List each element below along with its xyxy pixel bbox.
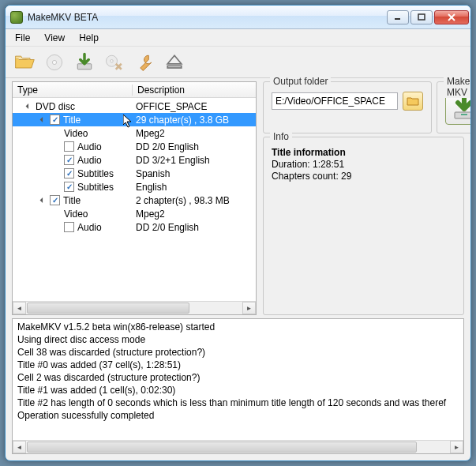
disc-icon: [43, 51, 66, 73]
info-title: Title information: [272, 147, 455, 158]
checkbox[interactable]: [64, 168, 74, 179]
browse-folder-button[interactable]: [403, 92, 423, 111]
svg-rect-1: [418, 14, 425, 20]
wrench-icon: [133, 51, 156, 73]
minimize-button[interactable]: [387, 10, 409, 24]
scroll-track[interactable]: [26, 441, 450, 453]
tree-row[interactable]: DVD discOFFICE_SPACE: [13, 100, 256, 113]
info-line: Duration: 1:28:51: [272, 159, 455, 170]
info-line: Chapters count: 29: [272, 171, 455, 182]
menubar: File View Help: [6, 29, 470, 47]
make-mkv-group: Make MKV: [437, 81, 471, 133]
log-scrollbar-h[interactable]: ◄ ►: [13, 440, 463, 453]
log-line: Title #2 has length of 0 seconds which i…: [17, 396, 459, 409]
log-body[interactable]: MakeMKV v1.5.2 beta win(x86-release) sta…: [13, 319, 463, 440]
titlebar[interactable]: MakeMKV BETA: [6, 6, 470, 29]
eject-icon: [163, 51, 186, 73]
close-icon: [447, 13, 456, 21]
checkbox[interactable]: [64, 182, 74, 192]
log-line: MakeMKV v1.5.2 beta win(x86-release) sta…: [17, 321, 459, 333]
open-disc-button[interactable]: [42, 50, 67, 75]
right-column: Output folder Make MKV: [263, 81, 464, 315]
menu-view[interactable]: View: [38, 31, 71, 45]
tree-row[interactable]: Title29 chapter(s) , 3.8 GB: [13, 113, 256, 126]
log-line: Operation sucessfully completed: [17, 409, 459, 422]
maximize-button[interactable]: [410, 10, 433, 24]
app-icon: [10, 11, 23, 24]
tree-scrollbar-h[interactable]: ◄ ►: [13, 301, 256, 314]
backup-button[interactable]: [72, 50, 97, 75]
tree-desc-label: OFFICE_SPACE: [133, 101, 256, 112]
info-lines: Duration: 1:28:51Chapters count: 29: [272, 159, 455, 182]
scroll-left-button[interactable]: ◄: [13, 441, 26, 453]
tree-desc-label: Spanish: [133, 168, 256, 179]
make-mkv-label: Make MKV: [444, 76, 471, 98]
info-group: Info Title information Duration: 1:28:51…: [263, 137, 464, 315]
tree-desc-label: 2 chapter(s) , 98.3 MB: [133, 195, 256, 206]
expander-icon[interactable]: [39, 115, 48, 124]
tree-header: Type Description: [13, 82, 256, 98]
folder-open-icon: [13, 51, 36, 73]
tree-row[interactable]: VideoMpeg2: [13, 126, 256, 140]
checkbox[interactable]: [50, 195, 60, 205]
log-line: Cell 38 was discarded (structure protect…: [17, 346, 459, 359]
checkbox[interactable]: [64, 141, 74, 152]
window-title: MakeMKV BETA: [28, 12, 387, 23]
tree-row[interactable]: AudioDD 2/0 English: [13, 140, 256, 153]
scroll-right-button[interactable]: ►: [450, 441, 463, 453]
column-type[interactable]: Type: [13, 85, 133, 96]
svg-rect-9: [167, 66, 182, 68]
top-row: Type Description DVD discOFFICE_SPACETit…: [12, 81, 464, 315]
scroll-right-button[interactable]: ►: [242, 302, 256, 314]
open-file-button[interactable]: [12, 50, 37, 75]
tree-desc-label: DD 2/0 English: [133, 141, 256, 152]
app-window: MakeMKV BETA File View Help: [5, 5, 471, 461]
log-line: Title #0 was added (37 cell(s), 1:28:51): [17, 359, 459, 371]
tree-body[interactable]: DVD discOFFICE_SPACETitle29 chapter(s) ,…: [13, 98, 256, 301]
window-controls: [387, 10, 469, 24]
log-line: Cell 2 was discarded (structure protecti…: [17, 371, 459, 384]
output-folder-label: Output folder: [270, 76, 331, 87]
settings-button[interactable]: [132, 50, 157, 75]
tree-row[interactable]: VideoMpeg2: [13, 207, 256, 220]
tree-type-label: Audio: [77, 141, 102, 152]
scroll-track[interactable]: [26, 302, 242, 314]
tree-desc-label: DD 2/0 English: [133, 222, 256, 233]
tree-desc-label: DD 3/2+1 English: [133, 155, 256, 166]
checkbox[interactable]: [64, 155, 74, 165]
checkbox[interactable]: [64, 222, 74, 232]
log-line: Using direct disc access mode: [17, 333, 459, 346]
tree-type-label: Title: [63, 115, 81, 126]
menu-help[interactable]: Help: [73, 31, 105, 45]
tree-row[interactable]: SubtitlesEnglish: [13, 180, 256, 194]
output-folder-group: Output folder: [263, 81, 432, 133]
stop-button[interactable]: [102, 50, 127, 75]
expander-icon[interactable]: [39, 196, 48, 205]
scroll-left-button[interactable]: ◄: [13, 302, 26, 314]
tree-desc-label: Mpeg2: [133, 209, 256, 220]
tree-row[interactable]: AudioDD 2/0 English: [13, 220, 256, 234]
expander-icon[interactable]: [25, 102, 34, 111]
minimize-icon: [394, 13, 402, 21]
info-label: Info: [270, 131, 292, 142]
tree-row[interactable]: Title2 chapter(s) , 98.3 MB: [13, 194, 256, 207]
log-panel: MakeMKV v1.5.2 beta win(x86-release) sta…: [12, 318, 464, 454]
svg-point-8: [111, 59, 114, 62]
abort-icon: [103, 51, 126, 73]
tree-type-label: Video: [64, 209, 88, 220]
menu-file[interactable]: File: [9, 31, 36, 45]
output-folder-input[interactable]: [272, 92, 398, 110]
checkbox[interactable]: [50, 115, 60, 125]
column-description[interactable]: Description: [133, 85, 256, 96]
tree-row[interactable]: AudioDD 3/2+1 English: [13, 153, 256, 167]
tree-row[interactable]: SubtitlesSpanish: [13, 167, 256, 180]
tree-type-label: Title: [63, 195, 81, 206]
save-disc-icon: [73, 51, 96, 73]
close-button[interactable]: [434, 10, 469, 24]
tree-type-label: Subtitles: [77, 182, 114, 193]
tree-desc-label: 29 chapter(s) , 3.8 GB: [133, 115, 256, 126]
tree-type-label: DVD disc: [36, 101, 75, 112]
toolbar: [6, 47, 470, 78]
eject-button[interactable]: [162, 50, 187, 75]
tree-type-label: Audio: [77, 222, 102, 233]
